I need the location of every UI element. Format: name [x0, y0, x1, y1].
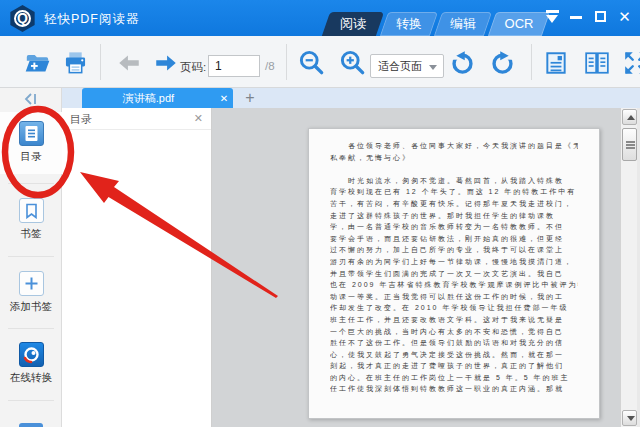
document-text-line: 动课一等奖。正当我觉得可以胜任这份工作的时候，我的工 — [330, 291, 578, 303]
thumb-grip-icon — [626, 141, 635, 143]
zoom-in-button[interactable] — [339, 49, 366, 76]
sidebar-item-bookmark[interactable]: 书签 — [0, 198, 62, 241]
forward-arrow-icon — [153, 50, 179, 76]
rotate-cw-icon — [489, 49, 516, 76]
sidebar-item-label: 添加书签 — [0, 300, 62, 314]
document-text-line: 学，由一名普通学校的音乐教师转变为一名特教教师。不但 — [330, 221, 578, 233]
sidebar-item-label: 在线转换 — [0, 371, 62, 385]
app-logo: Q — [9, 5, 36, 32]
document-text-line: 并且带领学生们圆满的完成了一次又一次文艺演出。我自己 — [330, 268, 578, 280]
document-text-line: 心，使我又鼓起了勇气决定接受这份挑战。然而，就在那一 — [330, 349, 578, 361]
open-folder-icon — [24, 49, 51, 76]
page-number-label: 页码: — [180, 60, 206, 75]
pdf-page-text: 各位领导老师、各位同事大家好，今天我演讲的题目是《无私奉献，无悔与心》 时光如流… — [309, 129, 599, 395]
tab-convert[interactable]: 转换 — [384, 12, 434, 36]
document-text-line: 育学校到现在已有 12 个年头了。而这 12 年的特教工作中有 — [330, 186, 578, 198]
minimize-button[interactable] — [569, 9, 584, 24]
app-title: 轻快PDF阅读器 — [44, 11, 140, 28]
document-text-line: 私奉献，无悔与心》 — [330, 152, 578, 164]
logo-q-icon: Q — [14, 10, 31, 27]
vertical-scrollbar[interactable] — [620, 108, 637, 427]
title-bar: Q 轻快PDF阅读器 阅读 转换 编辑 OCR ✕ — [0, 0, 640, 36]
zoom-out-button[interactable] — [298, 49, 325, 76]
add-bookmark-icon — [19, 271, 44, 296]
document-text-line: 游刃有余的为同学们上好每一节律动课，慢慢地我摸清门道， — [330, 256, 578, 268]
scrollbar-thumb[interactable] — [622, 128, 637, 161]
document-text-line: 的内心。在班主任的工作岗位上一干就是 5 年。5 年的班主 — [330, 372, 578, 384]
toolbar: 页码: /8 适合页面 — [0, 36, 640, 88]
rotate-cw-button[interactable] — [489, 49, 516, 76]
scroll-up-button[interactable] — [622, 109, 637, 125]
print-button[interactable] — [62, 49, 89, 76]
document-text-line: 班主任工作，并且还要改教语文学科。这对于我来说无疑是 — [330, 314, 578, 326]
down-arrow-icon — [627, 416, 635, 421]
document-tab[interactable]: 演讲稿.pdf ✕ — [82, 88, 233, 108]
scroll-down-button[interactable] — [622, 410, 637, 426]
toc-panel-header: 目录 ✕ — [62, 108, 211, 130]
sidebar-item-label: 目录 — [0, 150, 62, 164]
document-text-line: 时光如流水，匆匆不觉逝。蓦然回首，从我踏入特殊教 — [330, 175, 578, 187]
document-text-line: 任工作使我深刻体悟到特教教师这一职业的真正内涵。那就 — [330, 383, 578, 395]
document-tab-close-icon[interactable]: ✕ — [215, 93, 233, 104]
rotate-ccw-icon — [449, 49, 476, 76]
document-tab-strip: 演讲稿.pdf ✕ + — [62, 88, 640, 108]
document-text-line: 走进了这群特殊孩子的世界。那时我担任学生的律动课教 — [330, 210, 578, 222]
page-number-input[interactable] — [208, 55, 260, 77]
tab-edit[interactable]: 编辑 — [438, 12, 488, 36]
toc-panel-close-icon[interactable]: ✕ — [194, 112, 203, 125]
maximize-button[interactable] — [593, 9, 608, 24]
toc-panel: 目录 ✕ — [62, 108, 212, 427]
single-page-view-button[interactable] — [542, 49, 569, 76]
sidebar-item-add-bookmark[interactable]: 添加书签 — [0, 271, 62, 314]
back-arrow-icon — [116, 50, 142, 76]
document-text-line: 刻起，我才真正的走进了聋哑孩子的世界，真正的了解他们 — [330, 360, 578, 372]
next-page-button[interactable] — [152, 49, 179, 76]
left-sidebar: 目录 书签 添加书签 在线转换 — [0, 88, 62, 427]
document-text-line: 要学会手语，而且还要钻研教法，刚开始真的很难，但更经 — [330, 233, 578, 245]
collapse-left-icon — [23, 92, 39, 106]
window-controls: ✕ — [545, 9, 632, 24]
sidebar-item-online-convert[interactable]: 在线转换 — [0, 342, 62, 385]
collapse-sidebar-button[interactable] — [0, 92, 62, 110]
sidebar-item-label: 书签 — [0, 227, 62, 241]
document-text-line: 胜任不了这份工作。但是领导们鼓励的话语和对我充分的信 — [330, 337, 578, 349]
fit-mode-dropdown[interactable]: 适合页面 — [370, 54, 444, 78]
chevron-down-icon — [429, 65, 437, 70]
two-page-view-button[interactable] — [583, 49, 610, 76]
online-convert-icon — [19, 342, 44, 367]
document-tab-title: 演讲稿.pdf — [82, 91, 215, 106]
document-text-line — [330, 163, 578, 175]
open-file-button[interactable] — [24, 49, 51, 76]
single-page-icon — [543, 50, 569, 76]
document-text-line: 各位领导老师、各位同事大家好，今天我演讲的题目是《无 — [330, 140, 578, 152]
new-tab-button[interactable]: + — [240, 88, 260, 108]
document-text-line: 一个巨大的挑战，当时内心有太多的不安和恐慌，觉得自己 — [330, 326, 578, 338]
pdf-viewer-area[interactable]: 各位领导老师、各位同事大家好，今天我演讲的题目是《无私奉献，无悔与心》 时光如流… — [212, 108, 620, 427]
sidebar-item-toc[interactable]: 目录 — [0, 121, 62, 164]
close-button[interactable]: ✕ — [617, 9, 632, 24]
fullscreen-icon — [623, 50, 640, 76]
page-total-label: /8 — [265, 60, 275, 72]
up-arrow-icon — [627, 115, 635, 120]
two-page-icon — [584, 50, 610, 76]
printer-icon — [62, 49, 89, 76]
zoom-in-icon — [339, 49, 366, 76]
zoom-out-icon — [298, 49, 325, 76]
document-text-line: 作却发生了改变。在 2010 年学校领导让我担任聋部一年级 — [330, 302, 578, 314]
tab-ocr[interactable]: OCR — [492, 12, 546, 36]
bookmark-icon — [19, 198, 44, 223]
pdf-page: 各位领导老师、各位同事大家好，今天我演讲的题目是《无私奉献，无悔与心》 时光如流… — [308, 128, 600, 419]
toc-panel-title: 目录 — [70, 112, 92, 127]
menu-dropdown-icon[interactable] — [545, 9, 560, 24]
document-text-line: 过不懈的努力，加上自己所学的专业，我终于可以在课堂上 — [330, 244, 578, 256]
fullscreen-button[interactable] — [622, 49, 640, 76]
rotate-ccw-button[interactable] — [449, 49, 476, 76]
toc-icon — [19, 121, 44, 146]
partial-sidebar-item — [19, 423, 43, 427]
document-text-line: 也在 2009 年吉林省特殊教育学校教学观摩课例评比中被评为律 — [330, 279, 578, 291]
previous-page-button[interactable] — [115, 49, 142, 76]
tab-read[interactable]: 阅读 — [326, 12, 380, 36]
document-text-line: 苦干，有苦闷，有辛酸更有快乐。记得那年夏天我走进校门， — [330, 198, 578, 210]
